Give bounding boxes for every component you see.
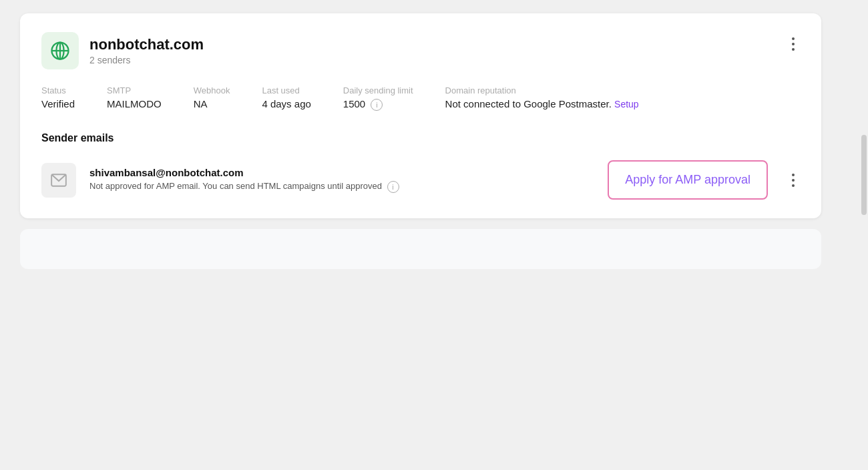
sender-more-menu[interactable] (787, 168, 800, 192)
domain-more-menu[interactable] (787, 32, 800, 56)
webhook-label: Webhook (194, 85, 230, 95)
status-item: Status Verified (41, 85, 75, 111)
smtp-value: MAILMODO (107, 98, 162, 109)
domain-info: nonbotchat.com 2 senders (89, 36, 204, 65)
status-value: Verified (41, 98, 75, 109)
last-used-label: Last used (262, 85, 310, 95)
daily-limit-info-icon[interactable]: i (371, 99, 383, 111)
smtp-label: SMTP (107, 85, 162, 95)
last-used-value: 4 days ago (262, 98, 310, 109)
scrollbar-track (860, 0, 868, 470)
setup-link[interactable]: Setup (614, 99, 639, 109)
domain-icon (41, 32, 79, 69)
globe-icon (50, 41, 70, 61)
smtp-item: SMTP MAILMODO (107, 85, 162, 111)
next-card (20, 229, 821, 269)
sender-email: shivambansal@nonbotchat.com (89, 167, 594, 178)
senders-count: 2 senders (89, 55, 204, 65)
daily-limit-value: 1500 i (343, 98, 413, 111)
header-left: nonbotchat.com 2 senders (41, 32, 204, 69)
amp-button-label: Apply for AMP approval (625, 173, 750, 186)
domain-rep-value: Not connected to Google Postmaster. Setu… (445, 98, 639, 109)
daily-limit-item: Daily sending limit 1500 i (343, 85, 413, 111)
domain-card: nonbotchat.com 2 senders Status Verified… (20, 13, 821, 218)
last-used-item: Last used 4 days ago (262, 85, 310, 111)
sender-avatar (41, 163, 76, 198)
daily-limit-label: Daily sending limit (343, 85, 413, 95)
scrollbar-thumb[interactable] (861, 135, 867, 215)
domain-name: nonbotchat.com (89, 36, 204, 53)
webhook-item: Webhook NA (194, 85, 230, 111)
meta-row: Status Verified SMTP MAILMODO Webhook NA… (41, 85, 800, 111)
sender-status-text: Not approved for AMP email. You can send… (89, 181, 594, 193)
envelope-icon (50, 172, 67, 189)
domain-rep-label: Domain reputation (445, 85, 639, 95)
amp-approval-button[interactable]: Apply for AMP approval (608, 160, 768, 200)
domain-rep-item: Domain reputation Not connected to Googl… (445, 85, 639, 111)
webhook-value: NA (194, 98, 230, 109)
card-header: nonbotchat.com 2 senders (41, 32, 800, 69)
sender-row: shivambansal@nonbotchat.com Not approved… (41, 160, 800, 200)
sender-emails-title: Sender emails (41, 132, 800, 144)
status-label: Status (41, 85, 75, 95)
sender-status-info-icon[interactable]: i (387, 181, 399, 193)
sender-info: shivambansal@nonbotchat.com Not approved… (89, 167, 594, 193)
